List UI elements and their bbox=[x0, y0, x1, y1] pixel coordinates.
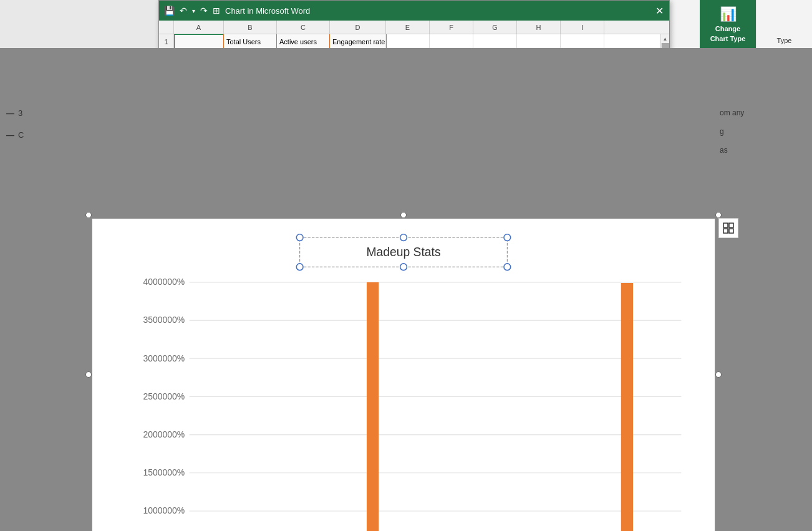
cell-F1[interactable] bbox=[430, 34, 473, 49]
col-header-E: E bbox=[386, 21, 430, 34]
cell-H1[interactable] bbox=[517, 34, 561, 49]
type-section: Type bbox=[756, 0, 812, 48]
grid-icon[interactable]: ⊞ bbox=[213, 6, 220, 16]
handle-tc[interactable] bbox=[400, 212, 407, 218]
row-header-1: 1 bbox=[159, 34, 173, 49]
bullet-item-2: — C bbox=[6, 130, 86, 140]
handle-mr[interactable] bbox=[715, 371, 722, 378]
svg-point-15 bbox=[504, 234, 511, 241]
svg-rect-42 bbox=[367, 282, 379, 531]
svg-text:2000000%: 2000000% bbox=[143, 429, 185, 439]
doc-line-2: C bbox=[18, 130, 24, 140]
doc-right-line3: as bbox=[720, 146, 807, 155]
col-header-C: C bbox=[277, 21, 330, 34]
col-header-F: F bbox=[430, 21, 473, 34]
col-header-B: B bbox=[224, 21, 277, 34]
svg-text:Madeup Stats: Madeup Stats bbox=[366, 246, 440, 259]
svg-point-18 bbox=[504, 264, 511, 270]
svg-text:1500000%: 1500000% bbox=[143, 467, 185, 477]
cell-C1[interactable]: Active users bbox=[277, 34, 330, 49]
bullet-item-1: — 3 bbox=[6, 108, 86, 118]
bullet-dash-2: — bbox=[6, 130, 14, 140]
cell-B1[interactable]: Total Users bbox=[224, 34, 277, 49]
col-header-D: D bbox=[330, 21, 386, 34]
redo-icon[interactable]: ↷ bbox=[200, 6, 208, 16]
doc-right-line1: om any bbox=[720, 108, 807, 117]
table-row: Total Users Active users Engagement rate bbox=[174, 34, 669, 49]
scroll-up-arrow[interactable]: ▲ bbox=[661, 34, 669, 43]
ribbon-left bbox=[0, 0, 162, 48]
handle-tr[interactable] bbox=[715, 212, 722, 218]
svg-point-13 bbox=[296, 234, 303, 241]
document-area: — 3 — C om any g as bbox=[0, 48, 812, 531]
undo-dropdown-icon[interactable]: ▾ bbox=[192, 7, 195, 14]
col-header-I: I bbox=[561, 21, 604, 34]
svg-rect-48 bbox=[621, 283, 633, 531]
col-header-A: A bbox=[174, 21, 224, 34]
doc-text-left: — 3 — C bbox=[0, 96, 92, 165]
cell-G1[interactable] bbox=[473, 34, 517, 49]
titlebar-left: 💾 ↶ ▾ ↷ ⊞ Chart in Microsoft Word bbox=[164, 6, 310, 16]
chart-svg: Madeup Stats 4000000% 3500000% 3000000% … bbox=[92, 219, 715, 531]
close-button[interactable]: ✕ bbox=[654, 6, 664, 16]
svg-text:3500000%: 3500000% bbox=[143, 315, 185, 325]
svg-text:3000000%: 3000000% bbox=[143, 353, 185, 363]
handle-ml[interactable] bbox=[85, 371, 92, 378]
doc-text-right: om any g as bbox=[715, 96, 812, 167]
cell-I1[interactable] bbox=[561, 34, 604, 49]
svg-rect-60 bbox=[723, 223, 728, 227]
svg-rect-63 bbox=[729, 229, 733, 233]
cell-E1[interactable] bbox=[386, 34, 430, 49]
change-chart-type-label: Change bbox=[715, 25, 740, 32]
cell-A1[interactable] bbox=[174, 34, 224, 49]
doc-right-line2: g bbox=[720, 127, 807, 136]
col-header-G: G bbox=[473, 21, 517, 34]
svg-point-14 bbox=[400, 234, 407, 241]
undo-icon[interactable]: ↶ bbox=[180, 6, 187, 16]
svg-text:4000000%: 4000000% bbox=[143, 277, 185, 287]
svg-point-17 bbox=[400, 264, 407, 270]
svg-point-16 bbox=[296, 264, 303, 270]
window-title: Chart in Microsoft Word bbox=[225, 6, 310, 16]
doc-line-1: 3 bbox=[18, 108, 22, 118]
chart-container[interactable]: Madeup Stats 4000000% 3500000% 3000000% … bbox=[92, 218, 715, 531]
titlebar-controls: ✕ bbox=[654, 6, 664, 16]
change-chart-type-label2: Chart Type bbox=[710, 35, 746, 42]
svg-text:2500000%: 2500000% bbox=[143, 391, 185, 401]
chart-type-icon: 📊 bbox=[720, 6, 737, 22]
svg-rect-62 bbox=[723, 229, 728, 233]
svg-text:1000000%: 1000000% bbox=[143, 505, 185, 515]
col-header-H: H bbox=[517, 21, 561, 34]
type-section-label: Type bbox=[777, 37, 792, 44]
bullet-dash-1: — bbox=[6, 108, 14, 118]
layout-icon-button[interactable] bbox=[718, 218, 738, 238]
col-headers: A B C D E F G H I bbox=[174, 21, 669, 34]
save-icon[interactable]: 💾 bbox=[164, 6, 175, 16]
svg-rect-61 bbox=[729, 223, 733, 227]
spreadsheet-titlebar: 💾 ↶ ▾ ↷ ⊞ Chart in Microsoft Word ✕ bbox=[159, 1, 669, 21]
handle-tl[interactable] bbox=[85, 212, 92, 218]
corner-cell bbox=[159, 21, 173, 34]
change-chart-type-button[interactable]: 📊 Change Chart Type bbox=[700, 0, 756, 48]
cell-D1[interactable]: Engagement rate bbox=[330, 34, 386, 49]
right-panel bbox=[718, 218, 738, 238]
